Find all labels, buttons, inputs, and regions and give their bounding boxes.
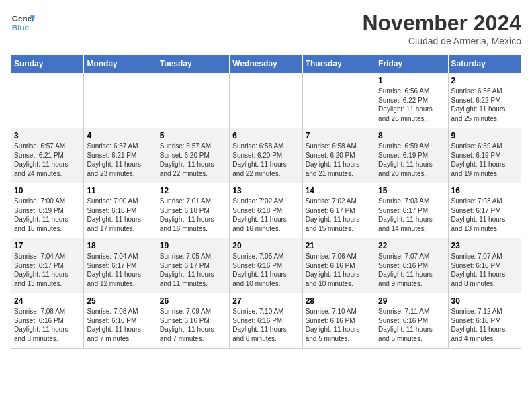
day-number: 9 — [451, 131, 518, 140]
calendar-cell: 10Sunrise: 7:00 AM Sunset: 6:19 PM Dayli… — [11, 183, 84, 238]
weekday-header-tuesday: Tuesday — [157, 55, 229, 73]
logo: General Blue — [11, 11, 35, 35]
day-info: Sunrise: 7:12 AM Sunset: 6:16 PM Dayligh… — [451, 307, 518, 343]
day-info: Sunrise: 7:02 AM Sunset: 6:17 PM Dayligh… — [306, 197, 372, 233]
calendar-cell: 17Sunrise: 7:04 AM Sunset: 6:17 PM Dayli… — [11, 238, 84, 293]
calendar-cell: 12Sunrise: 7:01 AM Sunset: 6:18 PM Dayli… — [157, 183, 229, 238]
day-number: 27 — [232, 296, 299, 306]
day-info: Sunrise: 6:57 AM Sunset: 6:21 PM Dayligh… — [14, 142, 81, 178]
day-info: Sunrise: 6:57 AM Sunset: 6:21 PM Dayligh… — [87, 142, 153, 178]
week-row-1: 1Sunrise: 6:56 AM Sunset: 6:22 PM Daylig… — [11, 73, 521, 128]
logo-icon: General Blue — [11, 11, 35, 35]
calendar-cell: 19Sunrise: 7:05 AM Sunset: 6:17 PM Dayli… — [157, 238, 229, 293]
svg-text:Blue: Blue — [12, 23, 30, 32]
day-info: Sunrise: 7:08 AM Sunset: 6:16 PM Dayligh… — [14, 307, 81, 343]
day-number: 1 — [378, 76, 445, 85]
day-number: 29 — [378, 296, 445, 306]
day-number: 21 — [306, 241, 372, 250]
weekday-header-wednesday: Wednesday — [230, 55, 302, 73]
day-info: Sunrise: 6:57 AM Sunset: 6:20 PM Dayligh… — [160, 142, 226, 178]
day-number: 4 — [87, 131, 153, 140]
day-number: 10 — [14, 186, 81, 195]
weekday-header-row: SundayMondayTuesdayWednesdayThursdayFrid… — [11, 55, 521, 73]
day-info: Sunrise: 6:59 AM Sunset: 6:19 PM Dayligh… — [451, 142, 518, 178]
day-number: 15 — [378, 186, 445, 195]
week-row-5: 24Sunrise: 7:08 AM Sunset: 6:16 PM Dayli… — [11, 293, 521, 349]
page-header: General Blue November 2024 Ciudad de Arm… — [11, 11, 521, 46]
week-row-2: 3Sunrise: 6:57 AM Sunset: 6:21 PM Daylig… — [11, 128, 521, 183]
day-info: Sunrise: 7:03 AM Sunset: 6:17 PM Dayligh… — [378, 197, 445, 233]
calendar-cell: 11Sunrise: 7:00 AM Sunset: 6:18 PM Dayli… — [84, 183, 157, 238]
calendar-cell: 1Sunrise: 6:56 AM Sunset: 6:22 PM Daylig… — [375, 73, 448, 128]
day-number: 20 — [232, 241, 299, 250]
day-info: Sunrise: 7:11 AM Sunset: 6:16 PM Dayligh… — [378, 307, 445, 343]
calendar-cell: 16Sunrise: 7:03 AM Sunset: 6:17 PM Dayli… — [448, 183, 521, 238]
day-number: 22 — [378, 241, 445, 250]
calendar-cell: 3Sunrise: 6:57 AM Sunset: 6:21 PM Daylig… — [11, 128, 84, 183]
day-number: 17 — [14, 241, 81, 250]
day-number: 16 — [451, 186, 518, 195]
month-title: November 2024 — [362, 11, 521, 36]
day-info: Sunrise: 6:58 AM Sunset: 6:20 PM Dayligh… — [232, 142, 299, 178]
day-number: 25 — [87, 296, 153, 306]
day-number: 8 — [378, 131, 445, 140]
day-info: Sunrise: 7:03 AM Sunset: 6:17 PM Dayligh… — [451, 197, 518, 233]
calendar-cell: 30Sunrise: 7:12 AM Sunset: 6:16 PM Dayli… — [448, 293, 521, 349]
day-info: Sunrise: 6:56 AM Sunset: 6:22 PM Dayligh… — [378, 87, 445, 123]
day-info: Sunrise: 7:10 AM Sunset: 6:16 PM Dayligh… — [306, 307, 372, 343]
calendar-cell — [302, 73, 375, 128]
day-info: Sunrise: 7:06 AM Sunset: 6:16 PM Dayligh… — [306, 252, 372, 288]
calendar-cell: 14Sunrise: 7:02 AM Sunset: 6:17 PM Dayli… — [302, 183, 375, 238]
calendar-cell: 18Sunrise: 7:04 AM Sunset: 6:17 PM Dayli… — [84, 238, 157, 293]
day-number: 5 — [160, 131, 226, 140]
calendar-cell: 23Sunrise: 7:07 AM Sunset: 6:16 PM Dayli… — [448, 238, 521, 293]
day-number: 19 — [160, 241, 226, 250]
calendar-cell: 15Sunrise: 7:03 AM Sunset: 6:17 PM Dayli… — [375, 183, 448, 238]
calendar-cell: 22Sunrise: 7:07 AM Sunset: 6:16 PM Dayli… — [375, 238, 448, 293]
day-number: 11 — [87, 186, 153, 195]
weekday-header-friday: Friday — [375, 55, 448, 73]
calendar-cell: 5Sunrise: 6:57 AM Sunset: 6:20 PM Daylig… — [157, 128, 229, 183]
day-number: 2 — [451, 76, 518, 85]
weekday-header-thursday: Thursday — [302, 55, 375, 73]
calendar-cell: 6Sunrise: 6:58 AM Sunset: 6:20 PM Daylig… — [230, 128, 302, 183]
day-number: 14 — [306, 186, 372, 195]
day-info: Sunrise: 6:58 AM Sunset: 6:20 PM Dayligh… — [306, 142, 372, 178]
calendar-cell: 26Sunrise: 7:09 AM Sunset: 6:16 PM Dayli… — [157, 293, 229, 349]
calendar-cell: 27Sunrise: 7:10 AM Sunset: 6:16 PM Dayli… — [230, 293, 302, 349]
weekday-header-saturday: Saturday — [448, 55, 521, 73]
calendar-cell: 24Sunrise: 7:08 AM Sunset: 6:16 PM Dayli… — [11, 293, 84, 349]
day-info: Sunrise: 7:08 AM Sunset: 6:16 PM Dayligh… — [87, 307, 153, 343]
day-info: Sunrise: 7:10 AM Sunset: 6:16 PM Dayligh… — [232, 307, 299, 343]
calendar-cell — [11, 73, 84, 128]
calendar-cell: 25Sunrise: 7:08 AM Sunset: 6:16 PM Dayli… — [84, 293, 157, 349]
day-number: 26 — [160, 296, 226, 306]
day-number: 30 — [451, 296, 518, 306]
calendar-cell: 2Sunrise: 6:56 AM Sunset: 6:22 PM Daylig… — [448, 73, 521, 128]
day-number: 24 — [14, 296, 81, 306]
day-info: Sunrise: 7:05 AM Sunset: 6:16 PM Dayligh… — [232, 252, 299, 288]
calendar-table: SundayMondayTuesdayWednesdayThursdayFrid… — [11, 54, 521, 349]
calendar-header: SundayMondayTuesdayWednesdayThursdayFrid… — [11, 55, 521, 73]
week-row-4: 17Sunrise: 7:04 AM Sunset: 6:17 PM Dayli… — [11, 238, 521, 293]
calendar-cell: 28Sunrise: 7:10 AM Sunset: 6:16 PM Dayli… — [302, 293, 375, 349]
day-info: Sunrise: 7:07 AM Sunset: 6:16 PM Dayligh… — [451, 252, 518, 288]
day-info: Sunrise: 7:04 AM Sunset: 6:17 PM Dayligh… — [87, 252, 153, 288]
calendar-cell: 8Sunrise: 6:59 AM Sunset: 6:19 PM Daylig… — [375, 128, 448, 183]
weekday-header-sunday: Sunday — [11, 55, 84, 73]
day-number: 23 — [451, 241, 518, 250]
day-info: Sunrise: 6:56 AM Sunset: 6:22 PM Dayligh… — [451, 87, 518, 123]
day-number: 6 — [232, 131, 299, 140]
day-number: 7 — [306, 131, 372, 140]
day-info: Sunrise: 7:02 AM Sunset: 6:18 PM Dayligh… — [232, 197, 299, 233]
location-subtitle: Ciudad de Armeria, Mexico — [362, 36, 521, 46]
day-info: Sunrise: 7:00 AM Sunset: 6:19 PM Dayligh… — [14, 197, 81, 233]
day-number: 18 — [87, 241, 153, 250]
calendar-cell: 7Sunrise: 6:58 AM Sunset: 6:20 PM Daylig… — [302, 128, 375, 183]
calendar-body: 1Sunrise: 6:56 AM Sunset: 6:22 PM Daylig… — [11, 73, 521, 349]
day-info: Sunrise: 6:59 AM Sunset: 6:19 PM Dayligh… — [378, 142, 445, 178]
calendar-cell: 29Sunrise: 7:11 AM Sunset: 6:16 PM Dayli… — [375, 293, 448, 349]
weekday-header-monday: Monday — [84, 55, 157, 73]
calendar-cell: 20Sunrise: 7:05 AM Sunset: 6:16 PM Dayli… — [230, 238, 302, 293]
day-info: Sunrise: 7:09 AM Sunset: 6:16 PM Dayligh… — [160, 307, 226, 343]
